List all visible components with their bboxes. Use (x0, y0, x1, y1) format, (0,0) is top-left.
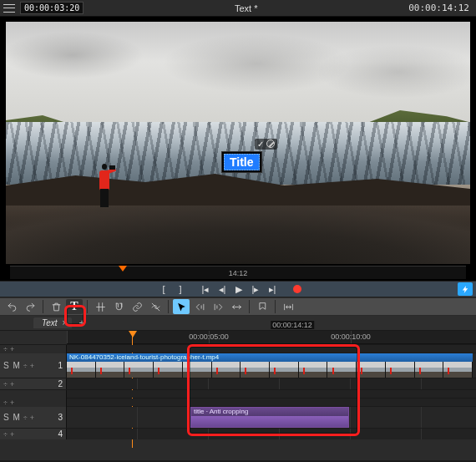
track3-number: 3 (58, 413, 63, 422)
undo-button[interactable] (3, 299, 20, 314)
track2-lane[interactable] (67, 378, 476, 389)
track4-lane[interactable] (67, 429, 476, 439)
redo-button[interactable] (22, 299, 38, 314)
selection-tool-button[interactable] (173, 299, 190, 314)
clip-thumbnails (67, 362, 473, 378)
add-icon[interactable]: + (10, 380, 14, 388)
cancel-icon[interactable] (266, 140, 275, 148)
mark-out-button[interactable]: ] (172, 282, 189, 296)
track1-lane[interactable]: NK-084470352-iceland-tourist-photographe… (67, 353, 476, 378)
tab-label: Text (42, 318, 58, 327)
timeline-panel: 00:00:05:0000:00:10:0000:00:14:12 ÷ + S … (0, 331, 476, 460)
video-clip[interactable]: NK-084470352-iceland-tourist-photographe… (67, 353, 473, 378)
ruler-tick-label: 00:00:10:00 (331, 333, 371, 341)
collapse-icon[interactable]: ÷ (3, 345, 8, 353)
tab-text[interactable]: Text × (33, 317, 72, 328)
unlink-button[interactable] (147, 299, 164, 314)
marker-button[interactable] (254, 299, 271, 314)
tool-bar: T (0, 297, 476, 316)
title-overlay[interactable]: Title (221, 151, 262, 173)
spacer-header (0, 390, 67, 399)
title-bar: 00:00:03:20 Text * 00:00:14:12 (0, 0, 476, 17)
transport-bar: [ ] |◂ ◂| ▶ |▸ ▸| (0, 281, 476, 297)
title-clip-label: title · Anti cropping (191, 408, 348, 416)
track1-number: 1 (58, 361, 63, 370)
go-to-end-button[interactable]: ▸| (264, 282, 281, 296)
timecode-display[interactable]: 00:00:03:20 (20, 2, 84, 14)
collapse-icon[interactable]: ÷ (3, 380, 8, 388)
add-icon[interactable]: + (10, 345, 14, 353)
subject-person (96, 164, 113, 211)
track4-number: 4 (58, 429, 63, 439)
slip-tool-button[interactable] (228, 299, 245, 314)
track2-number: 2 (58, 379, 63, 388)
add-icon[interactable]: + (10, 430, 14, 439)
track4-header[interactable]: ÷ + 4 (0, 429, 67, 439)
add-icon[interactable]: + (30, 414, 34, 422)
title-clip[interactable]: title · Anti cropping (190, 407, 349, 428)
collapse-icon[interactable]: ÷ (23, 362, 28, 370)
track1-sm-label[interactable]: S M (3, 361, 21, 370)
title-overlay-controls: ✓ (255, 139, 277, 150)
sequence-tabs: Text × + (0, 316, 476, 331)
preview-scrubber-label: 14:12 (229, 269, 248, 277)
preview-panel: ✓ Title 14:12 (0, 17, 476, 281)
collapse-icon[interactable]: ÷ (3, 399, 8, 407)
collapse-icon[interactable]: ÷ (23, 414, 28, 422)
ruler-tick (67, 331, 68, 343)
mark-in-button[interactable]: [ (155, 282, 172, 296)
duration-marker-label: 00:00:14:12 (271, 321, 314, 329)
track2-header[interactable]: ÷ + 2 (0, 378, 67, 389)
delete-button[interactable] (48, 299, 64, 314)
video-clip-label: NK-084470352-iceland-tourist-photographe… (67, 353, 473, 362)
track1-sub-header[interactable]: ÷ + (0, 345, 67, 353)
fit-width-button[interactable] (280, 299, 296, 314)
ripple-right-button[interactable] (210, 299, 226, 314)
step-forward-button[interactable]: |▸ (247, 282, 264, 296)
track3-sub-header[interactable]: ÷ + (0, 399, 67, 407)
snap-button[interactable] (110, 299, 127, 314)
step-back-button[interactable]: ◂| (214, 282, 230, 296)
track3-header[interactable]: S M ÷ + 3 (0, 407, 67, 428)
timeline-ruler[interactable]: 00:00:05:0000:00:10:0000:00:14:12 (67, 331, 476, 344)
track1-header[interactable]: S M ÷ + 1 (0, 353, 67, 378)
title-overlay-text[interactable]: Title (224, 154, 260, 170)
text-tool-button[interactable]: T (66, 299, 83, 314)
render-button[interactable] (458, 282, 473, 296)
preview-viewport[interactable]: ✓ Title (6, 22, 470, 264)
preview-playhead-icon[interactable] (119, 266, 127, 272)
menu-icon[interactable] (3, 3, 15, 14)
confirm-icon[interactable]: ✓ (257, 140, 264, 149)
project-duration: 00:00:14:12 (408, 3, 469, 13)
preview-scrubber[interactable]: 14:12 (10, 266, 466, 279)
track3-sm-label[interactable]: S M (3, 413, 21, 422)
link-button[interactable] (129, 299, 145, 314)
go-to-start-button[interactable]: |◂ (197, 282, 214, 296)
collapse-icon[interactable]: ÷ (3, 430, 8, 439)
timeline-playhead-icon[interactable] (129, 331, 137, 338)
project-title: Text * (89, 3, 403, 13)
ripple-left-button[interactable] (191, 299, 208, 314)
record-button[interactable] (289, 282, 306, 296)
play-button[interactable]: ▶ (230, 282, 247, 296)
split-button[interactable] (92, 299, 109, 314)
add-tab-button[interactable]: + (75, 317, 88, 329)
add-icon[interactable]: + (30, 362, 34, 370)
add-icon[interactable]: + (10, 399, 14, 407)
track3-lane[interactable]: title · Anti cropping (67, 407, 476, 428)
ruler-tick-label: 00:00:05:00 (189, 333, 229, 341)
close-tab-icon[interactable]: × (63, 318, 68, 327)
